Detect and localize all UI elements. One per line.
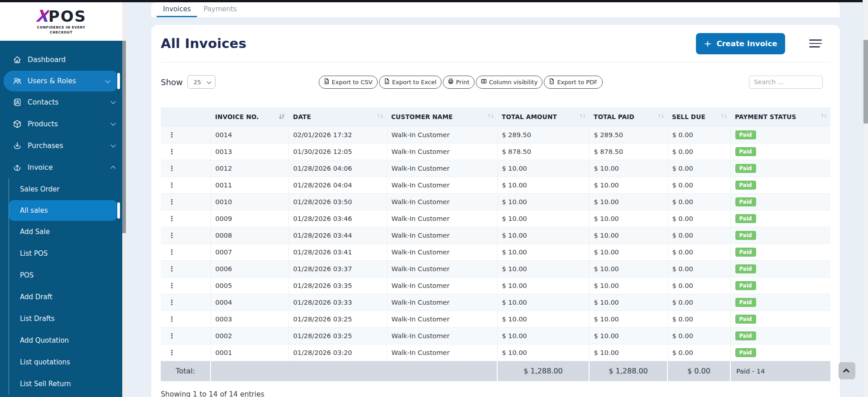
export-to-csv-button[interactable]: Export to CSV	[319, 76, 378, 89]
sidebar-item-users-roles[interactable]: Users & Roles	[4, 71, 117, 91]
tab-bar: Invoices Payments	[151, 2, 840, 17]
sidebar-item-dashboard[interactable]: Dashboard	[0, 49, 122, 71]
cell-invoice-no: 0014	[211, 126, 288, 143]
cell-payment-status: Paid	[730, 327, 830, 344]
cell-total-paid: $ 10.00	[589, 260, 667, 277]
logo-text: POS	[48, 9, 86, 24]
scroll-to-top-button[interactable]	[839, 362, 855, 379]
invoices-table: INVOICE NO.DATE↑↓CUSTOMER NAME↑↓TOTAL AM…	[161, 107, 830, 381]
row-actions-kebab-icon[interactable]: ⋮	[168, 315, 175, 323]
cell-invoice-no: 0010	[211, 193, 288, 210]
row-actions-kebab-icon[interactable]: ⋮	[168, 349, 175, 357]
row-actions-kebab-icon[interactable]: ⋮	[168, 282, 175, 290]
table-toolbar: Show 25 Export to CSV Export to Excel Pr…	[161, 75, 830, 89]
cell-total-amount: $ 10.00	[497, 227, 589, 244]
sidebar-subitem-list-sell-return[interactable]: List Sell Return	[9, 373, 122, 395]
users-icon	[13, 77, 22, 86]
status-badge: Paid	[735, 147, 756, 156]
cell-total-amount: $ 10.00	[497, 260, 589, 277]
column-visibility-button[interactable]: Column visibility	[476, 76, 543, 89]
table-row: ⋮ 0006 01/28/2026 03:37 Walk-In Customer…	[161, 260, 830, 277]
sidebar-item-products[interactable]: Products	[0, 113, 122, 135]
sidebar-item-contacts[interactable]: Contacts	[0, 91, 122, 113]
column-header-sell-due[interactable]: SELL DUE↑↓	[667, 107, 730, 126]
cell-total-paid: $ 10.00	[589, 193, 667, 210]
sidebar-subitem-list-quotations[interactable]: List quotations	[9, 351, 122, 373]
export-to-pdf-button[interactable]: Export to PDF	[544, 76, 602, 89]
cell-customer-name: Walk-In Customer	[387, 294, 497, 311]
page-scrollbar-thumb[interactable]	[863, 40, 868, 124]
show-label: Show	[161, 77, 183, 87]
row-actions-kebab-icon[interactable]: ⋮	[168, 332, 175, 340]
row-actions-kebab-icon[interactable]: ⋮	[168, 265, 175, 273]
search-input[interactable]	[749, 76, 823, 89]
cell-invoice-no: 0002	[211, 327, 288, 344]
status-badge: Paid	[735, 164, 756, 173]
sidebar-subitem-list-drafts[interactable]: List Drafts	[9, 308, 122, 330]
sidebar-subitem-add-draft[interactable]: Add Draft	[9, 286, 122, 308]
row-actions-kebab-icon[interactable]: ⋮	[168, 215, 175, 223]
sidebar-subitem-pos[interactable]: POS	[9, 264, 122, 286]
payment-status-summary: Paid - 14	[730, 361, 830, 381]
tab-invoices[interactable]: Invoices	[157, 2, 197, 17]
column-header-invoice-no[interactable]: INVOICE NO.	[211, 107, 288, 126]
column-header-date[interactable]: DATE↑↓	[288, 107, 387, 126]
row-actions-kebab-icon[interactable]: ⋮	[168, 198, 175, 206]
cell-customer-name: Walk-In Customer	[387, 327, 497, 344]
sidebar-scrollbar-thumb[interactable]	[122, 41, 126, 233]
total-row: Total: $ 1,288.00 $ 1,288.00 $ 0.00 Paid…	[161, 361, 830, 381]
sidebar-item-purchases[interactable]: Purchases	[0, 135, 122, 157]
cell-total-amount: $ 10.00	[497, 244, 589, 260]
cell-customer-name: Walk-In Customer	[387, 210, 497, 227]
sidebar-subitem-list-pos[interactable]: List POS	[9, 243, 122, 264]
cell-total-paid: $ 10.00	[589, 227, 667, 244]
sidebar-subitem-all-sales[interactable]: All sales	[9, 200, 117, 221]
chevron-up-icon	[843, 368, 849, 375]
column-header-total-amount[interactable]: TOTAL AMOUNT↑↓	[497, 107, 589, 126]
sidebar-subitem-sales-order[interactable]: Sales Order	[9, 178, 122, 200]
sidebar-scrollbar[interactable]	[122, 2, 126, 397]
cell-total-amount: $ 10.00	[497, 294, 589, 311]
filter-icon[interactable]	[809, 39, 823, 48]
status-badge: Paid	[735, 214, 756, 223]
cell-sell-due: $ 0.00	[667, 327, 730, 344]
cell-total-amount: $ 289.50	[497, 126, 589, 143]
column-header-payment-status[interactable]: PAYMENT STATUS↑↓	[730, 107, 830, 126]
print-button[interactable]: Print	[443, 76, 475, 89]
row-actions-kebab-icon[interactable]: ⋮	[168, 298, 175, 306]
row-actions-kebab-icon[interactable]: ⋮	[168, 131, 175, 139]
file-excel-icon	[384, 78, 390, 86]
cell-sell-due: $ 0.00	[667, 193, 730, 210]
cell-date: 01/28/2026 03:44	[288, 227, 387, 244]
sidebar: XPOS CONFIDENCE IN EVERY CHECKOUT Dashbo…	[0, 2, 122, 397]
row-actions-kebab-icon[interactable]: ⋮	[168, 231, 175, 239]
column-header-customer-name[interactable]: CUSTOMER NAME↑↓	[387, 107, 497, 126]
table-row: ⋮ 0011 01/28/2026 04:04 Walk-In Customer…	[161, 177, 830, 193]
cell-customer-name: Walk-In Customer	[387, 177, 497, 193]
cell-sell-due: $ 0.00	[667, 143, 730, 160]
cell-total-paid: $ 10.00	[589, 294, 667, 311]
sidebar-item-invoice[interactable]: Invoice	[0, 157, 122, 178]
logo-x-glyph: X	[35, 8, 49, 24]
create-invoice-button[interactable]: + Create Invoice	[696, 33, 785, 54]
row-actions-kebab-icon[interactable]: ⋮	[168, 248, 175, 256]
page-size-select[interactable]: 25	[187, 75, 216, 89]
row-actions-kebab-icon[interactable]: ⋮	[168, 181, 175, 189]
tab-payments[interactable]: Payments	[197, 2, 243, 17]
cell-date: 01/28/2026 03:25	[288, 327, 387, 344]
cell-invoice-no: 0011	[211, 177, 288, 193]
cell-invoice-no: 0012	[211, 160, 288, 177]
column-header-total-paid[interactable]: TOTAL PAID↑↓	[589, 107, 667, 126]
sidebar-subitem-add-quotation[interactable]: Add Quotation	[9, 330, 122, 351]
export-to-excel-button[interactable]: Export to Excel	[379, 76, 441, 89]
cell-invoice-no: 0013	[211, 143, 288, 160]
sidebar-subitem-add-sale[interactable]: Add Sale	[9, 221, 122, 243]
cell-total-amount: $ 10.00	[497, 210, 589, 227]
row-actions-kebab-icon[interactable]: ⋮	[168, 148, 175, 156]
cell-date: 01/30/2026 12:05	[288, 143, 387, 160]
cell-total-paid: $ 10.00	[589, 311, 667, 327]
row-actions-kebab-icon[interactable]: ⋮	[168, 164, 175, 172]
page-scrollbar[interactable]	[863, 0, 868, 397]
cell-date: 01/28/2026 04:04	[288, 177, 387, 193]
window-top-strip	[0, 0, 868, 2]
